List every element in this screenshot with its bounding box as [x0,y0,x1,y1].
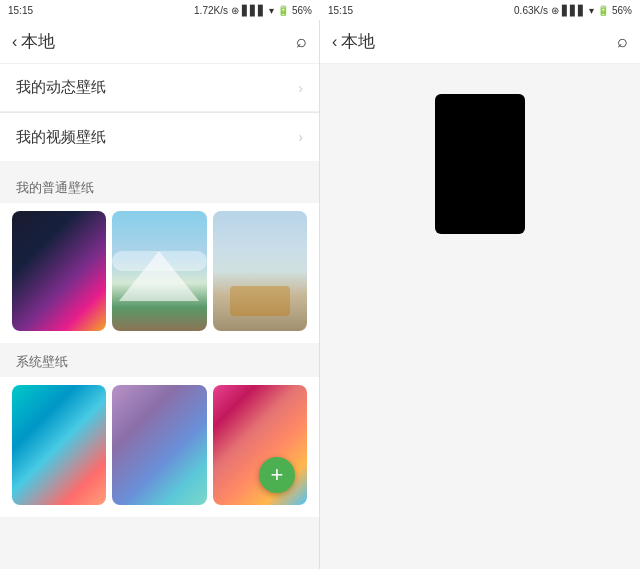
left-search-icon[interactable]: ⌕ [296,31,307,52]
video-wallpaper-chevron: › [298,129,303,145]
right-bluetooth-icon: ⊛ [551,5,559,16]
signal-icon: ▋▋▋ [242,5,266,16]
battery-icon: 🔋 [277,5,289,16]
right-signal-icon: ▋▋▋ [562,5,586,16]
left-speed: 1.72K/s [194,5,228,16]
right-page-title: 本地 [341,30,375,53]
left-back-button[interactable]: ‹ [12,33,17,51]
right-back-button[interactable]: ‹ [332,33,337,51]
left-header-left: ‹ 本地 [12,30,55,53]
system-wallpaper-3[interactable]: + [213,385,307,505]
left-page-title: 本地 [21,30,55,53]
bluetooth-icon: ⊛ [231,5,239,16]
birds-decoration [230,286,290,316]
my-wallpapers-grid [12,211,307,331]
right-time: 15:15 [328,5,353,16]
system-wallpapers-label: 系统壁纸 [0,343,319,377]
dynamic-wallpaper-chevron: › [298,80,303,96]
right-wifi-icon: ▾ [589,5,594,16]
left-header: ‹ 本地 ⌕ [0,20,319,64]
right-status-bar: 15:15 0.63K/s ⊛ ▋▋▋ ▾ 🔋 56% [320,0,640,20]
right-header-left: ‹ 本地 [332,30,375,53]
left-content: 我的动态壁纸 › 我的视频壁纸 › 我的普通壁纸 [0,64,319,569]
right-content [320,64,640,569]
right-battery-percent: 56% [612,5,632,16]
wallpaper-preview [435,94,525,234]
system-wallpaper-2[interactable] [112,385,206,505]
add-wallpaper-button[interactable]: + [259,457,295,493]
wallpaper-thumb-1[interactable] [12,211,106,331]
system-wallpaper-1[interactable] [12,385,106,505]
plus-icon: + [271,462,284,488]
battery-percent: 56% [292,5,312,16]
system-wallpapers-grid: + [12,385,307,505]
dynamic-wallpaper-item[interactable]: 我的动态壁纸 › [0,64,319,112]
wallpaper-thumb-2[interactable] [112,211,206,331]
dynamic-wallpaper-label: 我的动态壁纸 [16,78,106,97]
right-status-icons: 0.63K/s ⊛ ▋▋▋ ▾ 🔋 56% [514,5,632,16]
right-panel: 15:15 0.63K/s ⊛ ▋▋▋ ▾ 🔋 56% ‹ 本地 ⌕ [320,0,640,569]
right-battery-icon: 🔋 [597,5,609,16]
left-status-bar: 15:15 1.72K/s ⊛ ▋▋▋ ▾ 🔋 56% [0,0,320,20]
video-wallpaper-label: 我的视频壁纸 [16,128,106,147]
left-time: 15:15 [8,5,33,16]
wallpaper-thumb-3[interactable] [213,211,307,331]
wifi-icon: ▾ [269,5,274,16]
right-search-icon[interactable]: ⌕ [617,31,628,52]
right-speed: 0.63K/s [514,5,548,16]
left-status-icons: 1.72K/s ⊛ ▋▋▋ ▾ 🔋 56% [194,5,312,16]
my-wallpapers-label: 我的普通壁纸 [0,169,319,203]
right-header: ‹ 本地 ⌕ [320,20,640,64]
left-menu-section: 我的动态壁纸 › 我的视频壁纸 › [0,64,319,161]
mountain-decoration [119,251,199,301]
left-panel: 15:15 1.72K/s ⊛ ▋▋▋ ▾ 🔋 56% ‹ 本地 ⌕ 我的动态壁… [0,0,320,569]
video-wallpaper-item[interactable]: 我的视频壁纸 › [0,113,319,161]
